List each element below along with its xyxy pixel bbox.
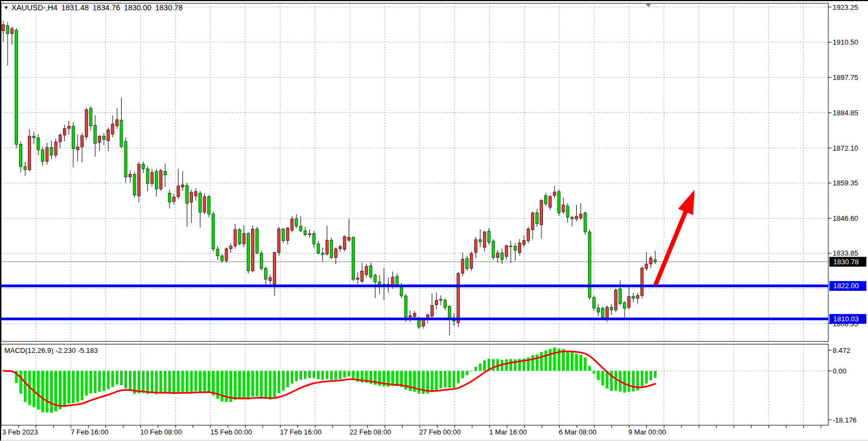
macd-histogram-bar xyxy=(90,371,92,394)
candle xyxy=(501,253,503,259)
candle xyxy=(321,253,324,255)
candle xyxy=(155,171,158,189)
candle xyxy=(172,197,175,201)
candle xyxy=(545,196,547,204)
macd-histogram-bar xyxy=(343,371,346,378)
macd-histogram-bar xyxy=(59,371,61,409)
macd-histogram-bar xyxy=(265,371,267,399)
macd-axis-label: -18.176 xyxy=(833,416,857,424)
candle xyxy=(496,253,499,258)
candle xyxy=(103,136,105,139)
macd-histogram-bar xyxy=(203,371,206,392)
candle xyxy=(357,278,359,279)
macd-histogram-bar xyxy=(313,371,315,378)
candle xyxy=(317,244,320,253)
macd-histogram-bar xyxy=(142,371,145,393)
macd-histogram-bar xyxy=(37,371,40,409)
candle xyxy=(628,296,630,307)
candle xyxy=(571,217,573,219)
candle xyxy=(444,300,447,307)
macd-histogram-bar xyxy=(536,355,539,371)
candle xyxy=(391,277,394,285)
macd-histogram-bar xyxy=(308,371,311,378)
candle xyxy=(208,197,210,214)
macd-name: MACD(12,26,9) xyxy=(4,346,53,355)
candle xyxy=(430,306,433,316)
symbol-dropdown-icon[interactable]: ▼ xyxy=(4,5,9,10)
macd-histogram-bar xyxy=(571,352,573,371)
macd-histogram-bar xyxy=(514,359,516,371)
candle xyxy=(549,196,552,207)
candle xyxy=(295,219,298,226)
macd-histogram-bar xyxy=(98,371,101,392)
candle xyxy=(142,164,145,169)
price-axis-label: 1833.85 xyxy=(833,249,858,257)
candle xyxy=(492,241,495,257)
candle xyxy=(229,246,232,249)
candle xyxy=(370,266,372,277)
candle xyxy=(278,229,280,253)
candle xyxy=(11,29,14,34)
price-axis-label: 1884.85 xyxy=(833,109,858,117)
trend-arrow-head[interactable] xyxy=(678,190,695,215)
candle xyxy=(636,296,639,299)
candle xyxy=(133,175,136,195)
candle xyxy=(605,307,608,318)
candle xyxy=(509,246,512,246)
candle xyxy=(536,213,539,224)
candle xyxy=(41,150,44,162)
macd-histogram-bar xyxy=(80,371,83,400)
candle xyxy=(129,174,132,177)
candle xyxy=(422,320,424,326)
candle xyxy=(488,231,490,242)
time-axis-label: 17 Feb 16:00 xyxy=(280,428,322,436)
candle xyxy=(94,126,97,144)
time-axis-label: 1 Mar 16:00 xyxy=(489,428,527,436)
candle xyxy=(260,253,263,269)
candle xyxy=(282,229,285,240)
candle xyxy=(238,229,241,244)
symbol-timeframe-label: XAUUSD-,H4 xyxy=(11,3,58,12)
macd-histogram-bar xyxy=(111,371,114,387)
candle xyxy=(330,240,333,258)
time-axis-label: 27 Feb 00:00 xyxy=(419,428,461,436)
macd-histogram-bar xyxy=(601,371,604,386)
candle xyxy=(80,135,83,147)
macd-histogram-bar xyxy=(440,371,442,388)
chart-canvas[interactable]: 1923.251910.501897.751884.851872.101859.… xyxy=(0,0,868,441)
candle xyxy=(168,193,171,202)
macd-histogram-bar xyxy=(273,371,276,397)
candle xyxy=(584,213,586,232)
macd-histogram-bar xyxy=(545,351,547,371)
chart-shift-icon[interactable] xyxy=(645,3,652,7)
candle xyxy=(654,260,657,262)
macd-histogram-bar xyxy=(46,371,48,412)
macd-histogram-bar xyxy=(326,371,328,379)
candle xyxy=(269,278,272,281)
candle xyxy=(63,128,66,135)
candle xyxy=(37,138,40,150)
candle xyxy=(514,246,516,250)
macd-histogram-bar xyxy=(532,355,534,371)
macd-histogram-bar xyxy=(103,371,105,391)
candle xyxy=(107,130,110,141)
candle xyxy=(522,240,525,245)
candle xyxy=(212,214,215,249)
candle xyxy=(470,253,473,268)
macd-histogram-bar xyxy=(299,371,302,380)
candle xyxy=(221,256,223,261)
candle xyxy=(247,234,249,271)
macd-histogram-bar xyxy=(330,371,333,380)
price-axis-label: 1859.35 xyxy=(833,179,858,187)
candle xyxy=(562,205,565,212)
candle xyxy=(396,277,398,285)
macd-axis-label: 0.00 xyxy=(833,367,846,375)
candle xyxy=(313,234,315,244)
trend-arrow-shaft[interactable] xyxy=(655,209,687,285)
macd-histogram-bar xyxy=(505,359,508,371)
macd-histogram-bar xyxy=(291,371,294,384)
candle xyxy=(151,172,153,183)
macd-histogram-bar xyxy=(615,371,617,391)
macd-histogram-bar xyxy=(155,371,158,394)
candle xyxy=(216,249,219,256)
